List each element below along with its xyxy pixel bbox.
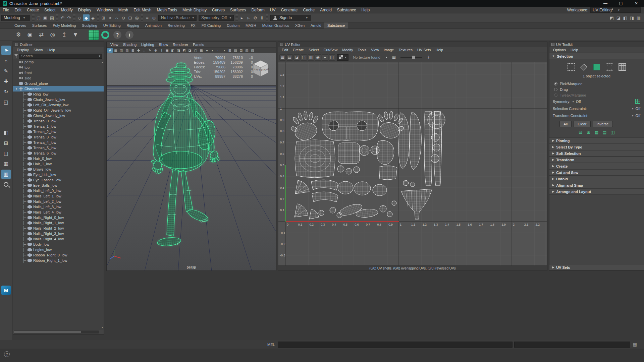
- outliner-row[interactable]: Trenza_0_low: [13, 118, 104, 124]
- layout-persp-outliner-icon[interactable]: ▦: [1, 159, 11, 169]
- open-scene-icon[interactable]: ▣: [42, 14, 49, 21]
- panel-menu-item[interactable]: View: [369, 47, 381, 53]
- uv-toroid-shelf-icon[interactable]: [101, 31, 109, 39]
- menu-item[interactable]: Select: [42, 7, 58, 13]
- shelf-tab[interactable]: UV Editing: [100, 22, 124, 28]
- camera-attributes-icon[interactable]: ◫: [119, 48, 124, 53]
- 2d-pan-zoom-icon[interactable]: ✚: [136, 48, 141, 53]
- toolkit-section-header[interactable]: ▶ Transform: [549, 157, 644, 163]
- outliner-row[interactable]: Eye_Balls_low: [13, 183, 104, 188]
- outliner-row[interactable]: Ribbon_Right_0_low: [13, 252, 104, 258]
- outliner-row[interactable]: Nails_Right_0_low: [13, 215, 104, 220]
- shelf-tab[interactable]: Substance: [324, 22, 348, 28]
- undo-icon[interactable]: ↶: [59, 14, 66, 21]
- scroll-down-arrow[interactable]: ▾: [102, 326, 103, 329]
- shelf-tab[interactable]: FX: [188, 22, 199, 28]
- outliner-row[interactable]: Legins_low: [13, 247, 104, 252]
- panel-menu-item[interactable]: Image: [381, 47, 396, 53]
- uv-checker-icon[interactable]: ▦: [391, 54, 397, 61]
- menu-item[interactable]: Cache: [300, 7, 317, 13]
- menu-item[interactable]: Surfaces: [227, 7, 249, 13]
- menu-item[interactable]: Edit Mesh: [131, 7, 154, 13]
- panel-menu-item[interactable]: Help: [433, 47, 445, 53]
- wireframe-icon[interactable]: ▢: [193, 48, 198, 53]
- statusline-icon[interactable]: [141, 14, 143, 21]
- outliner-row[interactable]: Chest_Jewerly_low: [13, 113, 104, 118]
- close-button[interactable]: ✕: [629, 0, 644, 7]
- menu-item[interactable]: Help: [359, 7, 373, 13]
- uv-select-icon[interactable]: [605, 63, 614, 71]
- menu-item[interactable]: Mesh Display: [180, 7, 209, 13]
- isolate-select-icon[interactable]: ▧: [244, 48, 250, 53]
- scroll-up-arrow[interactable]: ▴: [102, 61, 103, 64]
- shelf-tab[interactable]: Motion Graphics: [259, 22, 292, 28]
- paint-select-tool-icon[interactable]: ✎: [1, 66, 11, 76]
- radio-option[interactable]: Drag: [549, 86, 644, 92]
- toolkit-section-header[interactable]: ▶ Soft Selection: [549, 150, 644, 157]
- outliner-row[interactable]: Ground_plane: [13, 81, 104, 86]
- shaded-icon[interactable]: ▩: [199, 48, 204, 53]
- select-tool-icon[interactable]: ➤: [1, 46, 11, 55]
- shelf-tab[interactable]: Rigging: [124, 22, 142, 28]
- panel-menu-item[interactable]: UV Sets: [415, 47, 433, 53]
- panel-menu-item[interactable]: Panels: [191, 42, 207, 48]
- snap-to-point-icon[interactable]: ∴: [113, 14, 120, 21]
- shelf-tab[interactable]: Curves: [11, 22, 29, 28]
- outliner-row[interactable]: Brows_low: [13, 167, 104, 172]
- toolkit-section-header[interactable]: ▶ Pinning: [549, 137, 644, 144]
- symmetry-value[interactable]: Off: [576, 100, 581, 104]
- outliner-row[interactable]: Nails_Left_4_low: [13, 209, 104, 215]
- toolkit-section-header[interactable]: ▶ Align and Snap: [549, 182, 644, 188]
- outliner-row[interactable]: Right_Oir_Jewerly_low: [13, 108, 104, 113]
- outliner-title-bar[interactable]: Outliner: [13, 42, 104, 47]
- statusline-icon[interactable]: [32, 14, 35, 21]
- panel-menu-item[interactable]: Help: [45, 47, 58, 53]
- select-camera-icon[interactable]: A: [107, 48, 113, 53]
- symmetry-field[interactable]: Symmetry: Off ▾: [199, 15, 234, 21]
- panel-menu-item[interactable]: Display: [14, 47, 31, 53]
- shelf-help-icon[interactable]: ?: [113, 31, 121, 39]
- menu-item[interactable]: Curves: [209, 7, 227, 13]
- panel-menu-item[interactable]: Shading: [121, 42, 139, 48]
- make-live-icon[interactable]: ◎: [133, 14, 140, 21]
- lighting-icon[interactable]: ◐: [210, 48, 215, 53]
- channel-box-toggle-icon[interactable]: ▥: [635, 14, 642, 21]
- oversan-icon[interactable]: ↔: [142, 48, 147, 53]
- uv-editor-shelf-icon[interactable]: [89, 30, 99, 40]
- select-all-button[interactable]: All: [559, 121, 572, 127]
- layout-four-pane-icon[interactable]: ⊞: [1, 138, 11, 148]
- menu-set-selector[interactable]: Modeling ▾: [1, 15, 30, 21]
- shadows-icon[interactable]: ○: [216, 48, 221, 53]
- uv-grid-icon[interactable]: ▦: [279, 54, 286, 61]
- select-by-component-icon[interactable]: ◈: [90, 14, 96, 21]
- section-header-uv-sets[interactable]: ▶ UV Sets: [549, 264, 644, 270]
- outliner-row[interactable]: Hair_0_low: [13, 156, 104, 161]
- snap-to-grid-icon[interactable]: ⊞: [100, 14, 107, 21]
- screen-space-ao-icon[interactable]: ◑: [221, 48, 227, 53]
- object-select-icon[interactable]: [592, 63, 601, 71]
- filter-icon[interactable]: [14, 54, 18, 58]
- modeling-toolkit-toggle-icon[interactable]: ◩: [608, 14, 615, 21]
- marquee-select-icon[interactable]: [567, 63, 576, 71]
- outliner-hscrollbar[interactable]: [14, 330, 99, 334]
- grow-selection-icon[interactable]: ▦: [594, 129, 599, 135]
- uv-flip-icon[interactable]: ◪: [293, 54, 300, 61]
- outliner-row[interactable]: Body_low: [13, 242, 104, 247]
- construction-history-icon[interactable]: ⊕: [151, 14, 157, 21]
- render-current-frame-icon[interactable]: ▸: [238, 14, 245, 21]
- texture-selector-dropdown[interactable]: ▾: [337, 54, 348, 61]
- shelf-tab[interactable]: Arnold: [308, 22, 324, 28]
- menu-item[interactable]: Mesh: [116, 7, 131, 13]
- section-header-selection[interactable]: ▼ Selection: [549, 53, 644, 59]
- shelf-settings-icon[interactable]: ⚙: [13, 30, 23, 40]
- uv-rotate-icon[interactable]: ▢: [301, 54, 307, 61]
- radio-option[interactable]: Pick/Marquee: [549, 81, 644, 86]
- outliner-row[interactable]: Trenza_1_low: [13, 124, 104, 129]
- new-scene-icon[interactable]: ▢: [35, 14, 42, 21]
- grid-toggle-icon[interactable]: ⊕: [153, 48, 158, 53]
- uv-toolkit-title-bar[interactable]: UV Toolkit: [549, 42, 644, 47]
- shrink-selection-icon[interactable]: ▤: [602, 129, 607, 135]
- uv-isolate-icon[interactable]: ◉: [315, 54, 321, 61]
- gate-mask-icon[interactable]: ◧: [170, 48, 175, 53]
- layout-single-pane-icon[interactable]: ◧: [1, 128, 11, 137]
